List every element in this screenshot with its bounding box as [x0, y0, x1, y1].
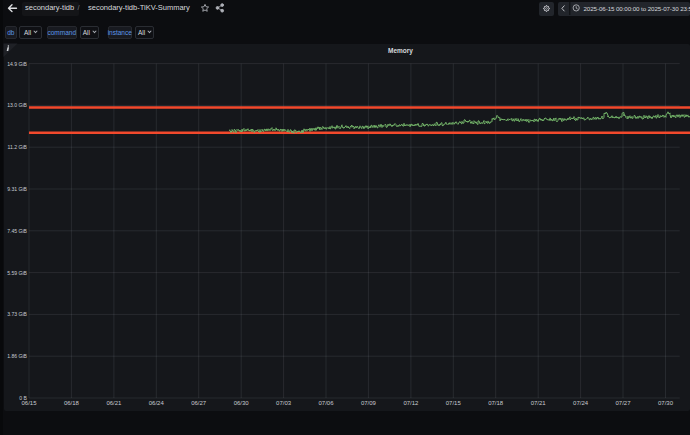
svg-text:07/06: 07/06: [318, 400, 334, 406]
svg-text:07/21: 07/21: [531, 400, 547, 406]
svg-text:07/18: 07/18: [488, 400, 504, 406]
svg-text:06/15: 06/15: [21, 400, 37, 406]
svg-text:1.86 GiB: 1.86 GiB: [7, 353, 27, 359]
svg-text:9.31 GiB: 9.31 GiB: [7, 186, 27, 192]
svg-text:07/24: 07/24: [573, 400, 589, 406]
svg-text:07/09: 07/09: [361, 400, 377, 406]
svg-text:11.2 GiB: 11.2 GiB: [8, 144, 28, 150]
svg-text:06/18: 06/18: [64, 400, 80, 406]
svg-text:07/12: 07/12: [403, 400, 419, 406]
svg-text:06/30: 06/30: [234, 400, 250, 406]
svg-text:06/21: 06/21: [106, 400, 122, 406]
svg-text:06/27: 06/27: [191, 400, 207, 406]
svg-text:7.45 GiB: 7.45 GiB: [7, 228, 27, 234]
svg-text:07/03: 07/03: [276, 400, 292, 406]
svg-text:14.9 GiB: 14.9 GiB: [7, 61, 27, 67]
svg-text:07/27: 07/27: [615, 400, 631, 406]
svg-text:07/15: 07/15: [446, 400, 462, 406]
svg-text:13.0 GiB: 13.0 GiB: [7, 102, 27, 108]
svg-text:5.59 GiB: 5.59 GiB: [7, 270, 27, 276]
svg-text:07/30: 07/30: [658, 400, 674, 406]
svg-text:3.73 GiB: 3.73 GiB: [7, 311, 27, 317]
svg-text:06/24: 06/24: [149, 400, 165, 406]
